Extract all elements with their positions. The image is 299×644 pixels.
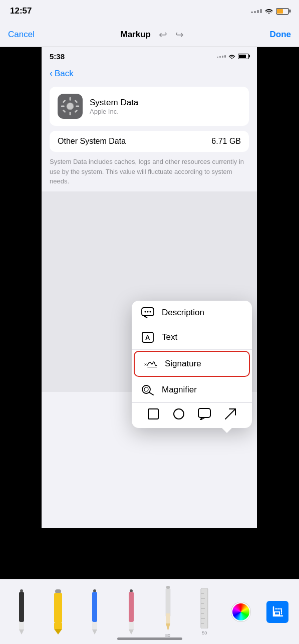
home-indicator [117,637,182,640]
tool-crop[interactable] [261,601,294,623]
svg-point-22 [174,409,184,419]
menu-text-label: Text [162,332,177,342]
system-info: System Data Apple Inc. [90,98,138,115]
magnifier-icon [141,384,155,395]
svg-rect-29 [55,589,61,593]
color-wheel[interactable] [231,602,250,621]
back-nav[interactable]: ‹ Back [42,65,257,82]
outer-status-icons [251,8,289,15]
menu-magnifier-label: Magnifier [162,385,197,395]
svg-rect-2 [70,97,71,101]
menu-item-text[interactable]: A Text [132,325,252,350]
other-system-data-row: Other System Data 6.71 GB [50,131,249,152]
app-name: System Data [90,98,138,108]
back-label: Back [55,69,74,79]
wifi-icon [265,8,273,15]
settings-app-icon [58,94,83,119]
svg-point-13 [150,311,151,313]
square-icon[interactable] [147,408,159,423]
side-black-right [257,47,299,528]
outer-time: 12:57 [10,6,32,16]
data-row-label: Other System Data [58,137,126,146]
tool-highlighter-yellow[interactable] [42,589,74,634]
data-row-value: 6.71 GB [211,137,241,146]
inner-signal-icon [217,55,226,58]
description-text: System Data includes caches, logs and ot… [50,157,249,186]
tool-eraser[interactable] [115,589,147,634]
tool-ruler[interactable]: 50 [188,588,221,635]
svg-rect-30 [54,593,62,623]
svg-rect-31 [54,623,62,629]
inner-wifi-icon [228,52,235,61]
svg-rect-39 [129,622,134,629]
tool-pen[interactable] [5,589,38,634]
svg-rect-26 [19,592,24,622]
svg-rect-4 [61,106,65,107]
redo-button[interactable]: ↪ [175,29,184,41]
svg-rect-3 [70,112,71,115]
circle-icon[interactable] [173,408,185,423]
svg-rect-5 [76,106,79,107]
popup-menu: Description A Text × Signature [132,301,252,428]
battery-icon [276,8,289,15]
svg-rect-41 [166,586,170,589]
markup-title: Markup [120,30,150,40]
undo-button[interactable]: ↩ [159,29,167,41]
outer-status-bar: 12:57 [0,0,299,22]
tool-pencil[interactable]: 80 [152,586,184,638]
svg-point-19 [144,387,148,391]
svg-rect-21 [148,409,158,419]
shapes-row [132,402,252,428]
signal-icon [251,9,262,13]
menu-signature-label: Signature [165,359,201,369]
markup-center: Markup ↩ ↪ [120,29,183,41]
svg-rect-34 [92,592,97,622]
text-icon: A [141,332,155,343]
done-button[interactable]: Done [269,30,291,40]
inner-status-bar: 5:38 [42,47,257,65]
side-black-left [0,47,42,528]
description-icon [141,307,155,318]
developer-name: Apple Inc. [90,108,138,115]
svg-line-20 [149,392,153,395]
tool-pen-blue[interactable] [78,589,111,634]
markup-header: Cancel Markup ↩ ↪ Done [0,22,299,47]
svg-point-12 [147,311,149,313]
svg-rect-53 [274,612,279,615]
svg-rect-35 [92,622,97,629]
svg-rect-43 [166,613,170,623]
cancel-button[interactable]: Cancel [8,30,35,40]
svg-text:×: × [144,362,147,367]
back-chevron-icon: ‹ [50,68,53,79]
svg-marker-28 [19,629,24,634]
inner-status-icons [217,52,249,61]
drawing-toolbar: 80 50 [0,579,299,644]
svg-rect-38 [129,592,134,622]
speech-bubble-icon[interactable] [198,408,211,423]
inner-battery-icon [238,54,249,59]
menu-item-signature[interactable]: × Signature [134,351,250,377]
crop-icon[interactable] [266,601,288,623]
system-data-card: System Data Apple Inc. [50,87,249,126]
svg-marker-44 [166,623,170,631]
inner-time: 5:38 [50,52,65,61]
svg-marker-36 [92,629,97,634]
svg-rect-23 [198,408,210,417]
svg-point-11 [145,311,146,313]
svg-rect-42 [166,589,170,616]
svg-text:A: A [145,334,150,341]
svg-point-1 [67,103,74,110]
svg-rect-27 [19,622,24,629]
svg-marker-32 [54,629,62,634]
phone-screen: 5:38 ‹ Back [42,47,257,528]
svg-line-24 [225,409,235,419]
menu-item-description[interactable]: Description [132,301,252,325]
arrow-icon[interactable] [224,408,236,423]
svg-marker-40 [129,629,134,634]
menu-description-label: Description [162,308,204,318]
signature-icon: × [144,358,158,369]
menu-item-magnifier[interactable]: Magnifier [132,378,252,402]
tool-color-wheel[interactable] [225,602,257,621]
